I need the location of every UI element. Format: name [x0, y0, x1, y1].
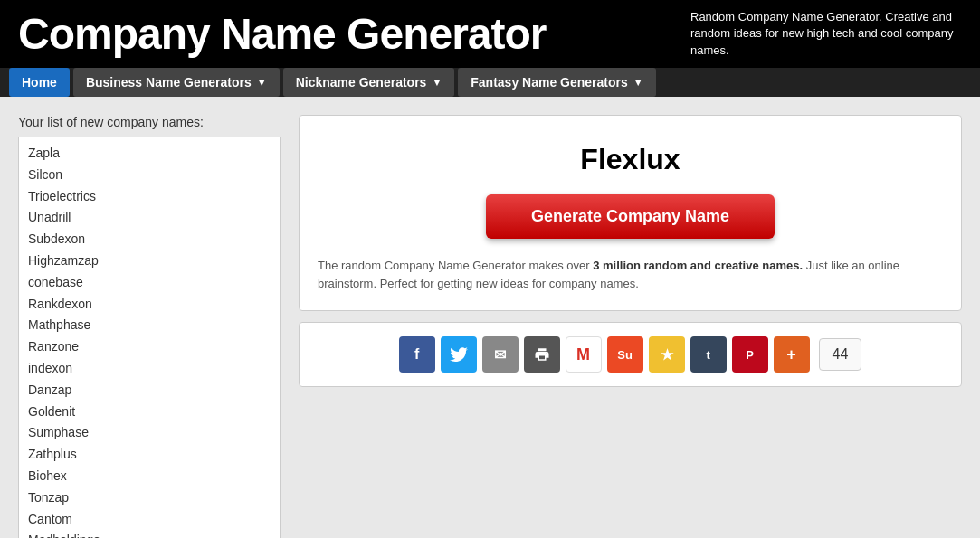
- list-item[interactable]: Subdexon: [28, 229, 271, 250]
- names-list: ZaplaSilconTrioelectricsUnadrillSubdexon…: [18, 137, 281, 538]
- stumbleupon-share-button[interactable]: Su: [607, 336, 643, 373]
- nav-home[interactable]: Home: [9, 68, 70, 97]
- list-item[interactable]: Medholdings: [28, 530, 271, 538]
- nav-nickname[interactable]: Nickname Generators ▼: [283, 68, 455, 97]
- list-item[interactable]: Goldenit: [28, 401, 271, 423]
- generated-name: Flexlux: [580, 143, 680, 176]
- list-item[interactable]: Danzap: [28, 380, 271, 401]
- list-item[interactable]: Trioelectrics: [28, 186, 271, 208]
- chevron-down-icon: ▼: [432, 77, 442, 88]
- share-count: 44: [819, 338, 862, 371]
- list-item[interactable]: Tonzap: [28, 487, 271, 509]
- generate-button[interactable]: Generate Company Name: [486, 194, 775, 239]
- list-item[interactable]: Highzamzap: [28, 250, 271, 272]
- print-share-button[interactable]: [524, 336, 560, 373]
- description-text: The random Company Name Generator makes …: [318, 257, 943, 292]
- sidebar: Your list of new company names: ZaplaSil…: [18, 115, 281, 538]
- chevron-down-icon: ▼: [257, 77, 267, 88]
- list-item[interactable]: Cantom: [28, 509, 271, 531]
- nav-business[interactable]: Business Name Generators ▼: [73, 68, 280, 97]
- list-item[interactable]: Zathplus: [28, 444, 271, 466]
- list-item[interactable]: Ranzone: [28, 336, 271, 358]
- main-content: Your list of new company names: ZaplaSil…: [0, 97, 980, 538]
- generator-card: Flexlux Generate Company Name The random…: [299, 115, 962, 311]
- list-item[interactable]: Biohex: [28, 466, 271, 487]
- site-tagline: Random Company Name Generator. Creative …: [690, 9, 962, 59]
- site-header: Company Name Generator Random Company Na…: [0, 0, 980, 68]
- list-item[interactable]: Unadrill: [28, 207, 271, 229]
- nav-fantasy[interactable]: Fantasy Name Generators ▼: [458, 68, 655, 97]
- list-item[interactable]: Silcon: [28, 165, 271, 186]
- tumblr-share-button[interactable]: t: [690, 336, 727, 373]
- chevron-down-icon: ▼: [633, 77, 643, 88]
- email-share-button[interactable]: ✉: [482, 336, 519, 373]
- main-nav: Home Business Name Generators ▼ Nickname…: [0, 68, 980, 97]
- sidebar-title: Your list of new company names:: [18, 115, 281, 129]
- more-share-button[interactable]: +: [774, 336, 810, 373]
- bookmark-share-button[interactable]: ★: [649, 336, 685, 373]
- list-item[interactable]: conebase: [28, 272, 271, 294]
- gmail-share-button[interactable]: M: [566, 336, 602, 373]
- list-item[interactable]: indexon: [28, 358, 271, 380]
- list-item[interactable]: Zapla: [28, 143, 271, 165]
- twitter-share-button[interactable]: [441, 336, 477, 373]
- pinterest-share-button[interactable]: P: [732, 336, 768, 373]
- facebook-share-button[interactable]: f: [399, 336, 435, 373]
- list-item[interactable]: Mathphase: [28, 315, 271, 336]
- list-item[interactable]: Sumphase: [28, 422, 271, 444]
- site-title: Company Name Generator: [18, 9, 547, 59]
- list-item[interactable]: Rankdexon: [28, 294, 271, 316]
- content-area: Flexlux Generate Company Name The random…: [299, 115, 962, 538]
- share-card: f ✉ M Su ★ t P + 44: [299, 322, 962, 387]
